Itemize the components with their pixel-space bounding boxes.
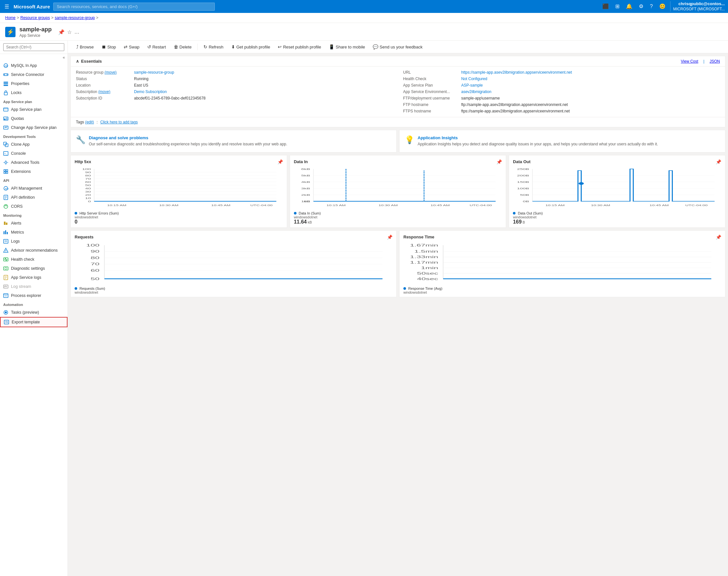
response-time-pin-icon[interactable]: 📌 <box>716 234 721 240</box>
subscription-link[interactable]: Demo Subscription <box>134 89 167 94</box>
essentials-row-ftp-hostname: FTP hostname ftp://sample-app.asev2ilbmi… <box>403 102 720 108</box>
http5xx-pin-icon[interactable]: 📌 <box>278 159 283 165</box>
restart-button[interactable]: ↺ Restart <box>144 42 169 51</box>
settings-icon[interactable]: ⚙ <box>637 2 645 11</box>
sidebar-item-properties[interactable]: Properties <box>0 79 67 88</box>
sidebar-item-service-connector[interactable]: Service Connector <box>0 70 67 79</box>
hamburger-menu[interactable]: ☰ <box>3 2 10 11</box>
svg-point-3 <box>4 74 5 75</box>
delete-icon: 🗑 <box>174 44 178 50</box>
essentials-right-col: URL https://sample-app.asev2ilbmigration… <box>398 66 725 117</box>
browse-button[interactable]: ⤴ Browse <box>73 42 97 51</box>
sidebar-item-extensions[interactable]: Extensions <box>0 167 67 176</box>
swap-button[interactable]: ⇄ Swap <box>120 42 143 51</box>
send-feedback-button[interactable]: 💬 Send us your feedback <box>370 42 426 51</box>
sidebar-item-console[interactable]: >_ Console <box>0 149 67 158</box>
health-check-link[interactable]: Not Configured <box>461 77 487 81</box>
svg-text:150B: 150B <box>517 180 529 183</box>
diagnose-card[interactable]: 🔧 Diagnose and solve problems Our self-s… <box>70 130 397 152</box>
svg-text:10:45 AM: 10:45 AM <box>617 282 646 283</box>
sidebar-item-metrics[interactable]: Metrics <box>0 228 67 237</box>
ase-link[interactable]: asev2ilbmigration <box>461 89 491 94</box>
data-out-pin-icon[interactable]: 📌 <box>716 159 721 165</box>
advanced-tools-icon <box>3 160 8 165</box>
sidebar-item-api-management[interactable]: API API Management <box>0 184 67 193</box>
sidebar-collapse-btn[interactable]: « <box>0 54 67 61</box>
breadcrumb-home[interactable]: Home <box>5 16 16 20</box>
requests-footer: Requests (Sum) windowsdotnet <box>71 284 396 297</box>
stop-button[interactable]: ⏹ Stop <box>98 42 119 51</box>
add-tags-link[interactable]: Click here to add tags <box>100 120 138 124</box>
share-to-mobile-button[interactable]: 📱 Share to mobile <box>326 42 368 51</box>
app-insights-card[interactable]: 💡 Application Insights Application Insig… <box>399 130 725 152</box>
breadcrumb-sample-resource-group[interactable]: sample-resource-group <box>55 16 95 20</box>
favorite-icon[interactable]: ☆ <box>67 29 72 35</box>
sidebar-item-diagnostic-settings[interactable]: Diagnostic settings <box>0 264 67 273</box>
sidebar-item-advisor[interactable]: Advisor recommendations <box>0 246 67 255</box>
get-publish-profile-button[interactable]: ⬇ Get publish profile <box>228 42 273 51</box>
user-profile[interactable]: chrisqpublic@contos... MICROSOFT (MICROS… <box>670 1 725 11</box>
sidebar-item-change-plan[interactable]: Change App Service plan <box>0 123 67 132</box>
sidebar-item-tasks-preview[interactable]: Tasks (preview) <box>0 308 67 317</box>
reset-publish-profile-label: Reset publish profile <box>283 45 321 50</box>
resource-group-link[interactable]: sample-resource-group <box>134 70 174 75</box>
sidebar-item-health-check[interactable]: Health check <box>0 255 67 264</box>
sidebar-item-advanced-tools[interactable]: Advanced Tools <box>0 158 67 167</box>
sidebar-item-locks[interactable]: Locks <box>0 88 67 97</box>
svg-text:50sec: 50sec <box>417 271 438 275</box>
svg-point-50 <box>5 311 7 313</box>
svg-text:UTC-04:00: UTC-04:00 <box>338 282 372 283</box>
move-rg-link[interactable]: (move) <box>105 70 117 75</box>
sidebar-item-app-service-logs[interactable]: App Service logs <box>0 273 67 282</box>
sidebar-label-alerts: Alerts <box>11 221 21 226</box>
essentials-section: ∧ Essentials View Cost | JSON Resource g… <box>70 56 725 127</box>
help-icon[interactable]: ? <box>648 2 655 11</box>
svg-rect-30 <box>5 230 6 234</box>
directory-icon[interactable]: ⊞ <box>613 2 621 11</box>
json-link[interactable]: JSON <box>709 59 720 64</box>
svg-text:UTC-04:00: UTC-04:00 <box>686 204 708 207</box>
svg-text:80: 80 <box>85 174 91 177</box>
reset-publish-profile-button[interactable]: ↩ Reset publish profile <box>274 42 324 51</box>
feedback-icon[interactable]: 😊 <box>657 2 668 11</box>
sidebar-item-quotas[interactable]: Quotas <box>0 114 67 123</box>
sidebar-item-alerts[interactable]: Alerts <box>0 219 67 228</box>
sidebar-item-logs[interactable]: Logs <box>0 237 67 246</box>
pin-icon[interactable]: 📌 <box>58 29 65 35</box>
sidebar-item-cors[interactable]: CORS <box>0 202 67 211</box>
more-options-icon[interactable]: … <box>74 29 80 35</box>
move-sub-link[interactable]: (move) <box>98 89 110 94</box>
mobile-icon: 📱 <box>329 44 334 50</box>
breadcrumb-resource-groups[interactable]: Resource groups <box>20 16 50 20</box>
url-link[interactable]: https://sample-app.asev2ilbmigration.app… <box>461 70 572 75</box>
essentials-row-resource-group: Resource group (move) sample-resource-gr… <box>76 69 393 76</box>
svg-text:0: 0 <box>88 200 91 203</box>
tags-edit-link[interactable]: (edit) <box>85 120 94 124</box>
svg-point-113 <box>579 182 584 185</box>
essentials-chevron-icon[interactable]: ∧ <box>76 59 79 64</box>
sidebar-item-mysql[interactable]: DB MySQL In App <box>0 61 67 70</box>
app-service-plan-link[interactable]: ASP-sample <box>461 83 483 88</box>
data-in-pin-icon[interactable]: 📌 <box>496 159 502 165</box>
cloud-shell-icon[interactable]: ⬛ <box>601 2 611 11</box>
health-check-icon <box>3 257 8 262</box>
diagnostic-cards-row: 🔧 Diagnose and solve problems Our self-s… <box>68 127 728 155</box>
svg-text:100B: 100B <box>517 187 529 190</box>
svg-text:50: 50 <box>85 183 91 186</box>
sidebar-item-process-explorer[interactable]: Process explorer <box>0 291 67 300</box>
sidebar-item-export-template[interactable]: Export template <box>0 317 67 327</box>
tasks-icon <box>3 310 8 315</box>
sidebar-item-app-service-plan[interactable]: App Service plan <box>0 105 67 114</box>
delete-button[interactable]: 🗑 Delete <box>171 42 195 51</box>
notification-icon[interactable]: 🔔 <box>624 2 634 11</box>
sidebar-label-console: Console <box>11 151 26 156</box>
sidebar-item-clone-app[interactable]: Clone App <box>0 140 67 149</box>
view-cost-link[interactable]: View Cost <box>681 59 698 64</box>
requests-pin-icon[interactable]: 📌 <box>387 234 392 240</box>
sidebar-search-input[interactable] <box>3 43 64 51</box>
sidebar-item-api-definition[interactable]: API definition <box>0 193 67 202</box>
http5xx-chart: Http 5xx 📌 <box>70 155 287 228</box>
global-search-input[interactable] <box>53 3 215 11</box>
svg-text:80: 80 <box>91 256 99 260</box>
refresh-button[interactable]: ↻ Refresh <box>200 42 227 51</box>
